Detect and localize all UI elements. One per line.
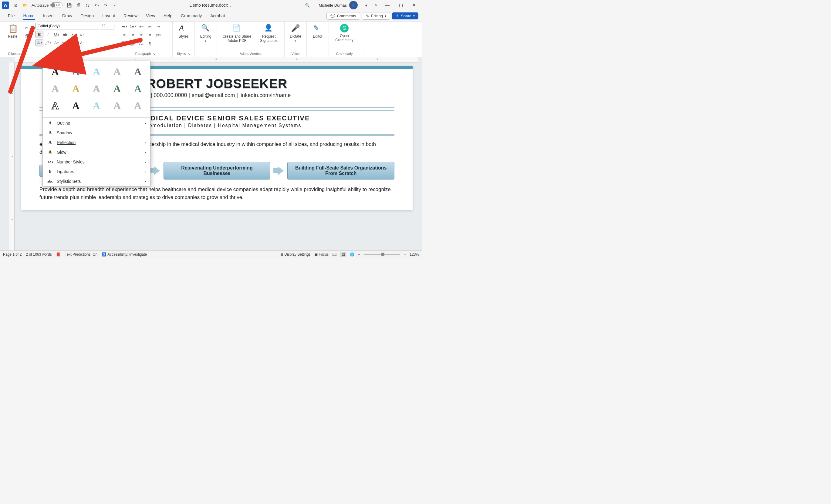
editing-button[interactable]: 🔍 Editing▾ <box>197 23 214 44</box>
share-button[interactable]: ⇪ Share ▾ <box>392 12 419 20</box>
subscript-button[interactable]: x2 <box>69 31 77 38</box>
autosave-toggle[interactable]: AutoSave Off <box>32 2 62 8</box>
format-painter-button[interactable]: 🖌 <box>23 41 30 48</box>
spellcheck-icon[interactable]: 📕 <box>56 252 61 257</box>
text-effect-preset[interactable]: A <box>107 64 127 80</box>
font-dialog-launcher[interactable]: ↘ <box>79 52 81 56</box>
decrease-indent-button[interactable]: ⇤ <box>146 23 154 30</box>
tab-draw[interactable]: Draw <box>58 11 77 20</box>
text-effect-preset[interactable]: A <box>66 98 86 114</box>
text-effect-preset[interactable]: A <box>87 98 106 114</box>
export-icon[interactable]: 🗘 <box>83 1 92 9</box>
print-preview-icon[interactable]: 🗐 <box>74 1 83 9</box>
dictate-button[interactable]: 🎤 Dictate▾ <box>287 23 304 44</box>
menu-item-shadow[interactable]: AShadow <box>43 128 150 138</box>
zoom-slider[interactable] <box>364 254 400 255</box>
request-signatures-button[interactable]: 👤 Request Signatures <box>256 23 282 44</box>
callout-3[interactable]: Building Full-Scale Sales Organizations … <box>287 162 394 180</box>
bold-button[interactable]: B <box>35 31 44 38</box>
align-right-button[interactable]: ≡ <box>138 31 145 38</box>
document-title[interactable]: Demo Resume.docx <box>190 3 228 7</box>
text-effect-preset[interactable]: A <box>46 98 65 114</box>
redo-button[interactable]: ↷ <box>101 1 110 9</box>
accessibility-status[interactable]: ♿ Accessibility: Investigate <box>102 252 147 257</box>
tab-grammarly[interactable]: Grammarly <box>177 11 206 20</box>
tab-home[interactable]: Home <box>19 11 39 20</box>
increase-indent-button[interactable]: ⇥ <box>154 23 162 30</box>
pen-review-icon[interactable]: ✎ <box>372 1 380 9</box>
align-center-button[interactable]: ≡ <box>129 31 137 38</box>
menu-item-outline[interactable]: AOutline › <box>43 118 150 128</box>
styles-button[interactable]: A Styles <box>175 23 192 40</box>
open-grammarly-button[interactable]: G Open Grammarly <box>331 23 357 43</box>
zoom-level[interactable]: 123% <box>409 252 419 257</box>
highlight-button[interactable]: 🖊▾ <box>44 39 52 47</box>
multilevel-list-button[interactable]: ≡▾ <box>138 23 145 30</box>
tab-file[interactable]: File <box>4 11 19 20</box>
open-folder-icon[interactable]: 📂 <box>21 1 29 9</box>
menu-item-reflection[interactable]: AReflection › <box>43 138 150 147</box>
line-spacing-button[interactable]: ↕≡▾ <box>154 31 162 38</box>
numbering-button[interactable]: 1≡▾ <box>129 23 137 30</box>
text-effect-preset[interactable]: A <box>107 98 127 114</box>
paste-button[interactable]: 📋 Paste <box>4 23 21 40</box>
change-case-button[interactable]: Aa▾ <box>61 39 69 47</box>
sort-button[interactable]: A↓ <box>138 40 145 47</box>
italic-button[interactable]: I <box>44 31 52 38</box>
text-effect-preset[interactable]: A <box>66 81 86 97</box>
text-effect-preset[interactable]: A <box>107 81 127 97</box>
grow-font-button[interactable]: A^ <box>69 39 77 47</box>
callout-2[interactable]: Rejuvenating Underperforming Businesses <box>164 162 270 180</box>
vertical-ruler[interactable]: 1 2 3 <box>9 62 15 250</box>
user-avatar[interactable]: 👤 <box>349 1 358 9</box>
text-effect-preset[interactable]: A <box>46 64 65 80</box>
tab-help[interactable]: Help <box>159 11 177 20</box>
qat-customize-icon[interactable]: ▾ <box>110 1 119 9</box>
text-effect-preset[interactable]: A <box>46 81 65 97</box>
create-adobe-pdf-button[interactable]: 📄 Create and Share Adobe PDF <box>219 23 255 44</box>
text-effect-preset[interactable]: A <box>87 64 106 80</box>
close-button[interactable]: ✕ <box>408 0 420 10</box>
show-marks-button[interactable]: ¶ <box>146 40 154 47</box>
clipboard-dialog-launcher[interactable]: ↘ <box>24 52 27 56</box>
menu-item-stylistic-sets[interactable]: abcStylistic Sets › <box>43 177 150 186</box>
text-effect-preset[interactable]: A <box>66 64 86 80</box>
focus-mode[interactable]: ▣ Focus <box>314 252 329 257</box>
bullets-button[interactable]: •≡▾ <box>120 23 128 30</box>
editing-mode-button[interactable]: ✎ Editing ▾ <box>362 12 391 20</box>
text-effects-button[interactable]: A▾ <box>35 39 44 47</box>
web-layout-view[interactable]: 🌐 <box>350 252 354 257</box>
print-layout-view[interactable]: ▤ <box>340 252 346 257</box>
tab-design[interactable]: Design <box>77 11 98 20</box>
strikethrough-button[interactable]: ab <box>61 31 69 38</box>
menu-item-glow[interactable]: AGlow › <box>43 147 150 157</box>
font-color-button[interactable]: A▾ <box>53 39 60 47</box>
text-predictions-status[interactable]: Text Predictions: On <box>65 252 97 257</box>
display-settings[interactable]: 🖥 Display Settings <box>280 252 311 257</box>
text-effect-preset[interactable]: A <box>128 98 147 114</box>
title-dropdown-icon[interactable]: ⌄ <box>229 3 232 7</box>
diamond-icon[interactable]: ♦ <box>362 1 370 9</box>
text-effect-preset[interactable]: A <box>128 81 147 97</box>
menu-item-number-styles[interactable]: 123Number Styles › <box>43 157 150 167</box>
read-mode-view[interactable]: 📖 <box>332 252 337 257</box>
tab-layout[interactable]: Layout <box>98 11 119 20</box>
word-count[interactable]: 2 of 1063 words <box>26 252 52 257</box>
signed-in-user[interactable]: Michelle Dumas <box>319 3 347 7</box>
zoom-in[interactable]: + <box>404 252 406 257</box>
search-icon[interactable]: 🔍 <box>303 1 312 9</box>
superscript-button[interactable]: x2 <box>78 31 86 38</box>
maximize-button[interactable]: ▢ <box>395 0 407 10</box>
text-effect-preset[interactable]: A <box>87 81 106 97</box>
paragraph-dialog-launcher[interactable]: ↘ <box>152 52 155 56</box>
comments-button[interactable]: 💬 Comments <box>326 12 360 20</box>
tab-insert[interactable]: Insert <box>39 11 58 20</box>
zoom-out[interactable]: − <box>358 252 360 257</box>
shrink-font-button[interactable]: Aˇ <box>78 39 86 47</box>
undo-button[interactable]: ↶▾ <box>92 1 101 9</box>
tab-acrobat[interactable]: Acrobat <box>206 11 229 20</box>
borders-button[interactable]: ▦▾ <box>129 40 137 47</box>
styles-dialog-launcher[interactable]: ↘ <box>188 52 190 56</box>
justify-button[interactable]: ≡ <box>146 31 154 38</box>
menu-item-ligatures[interactable]: fiLigatures › <box>43 167 150 177</box>
